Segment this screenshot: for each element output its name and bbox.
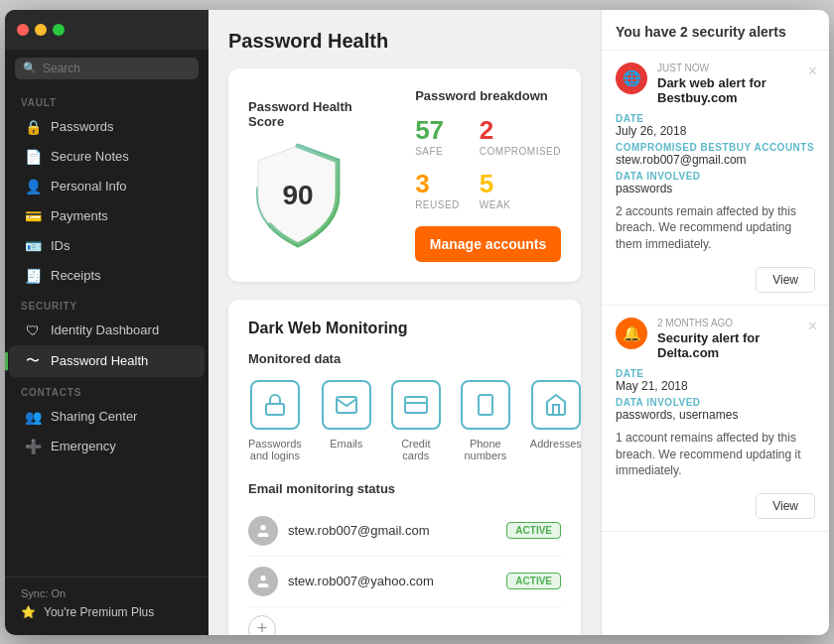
add-email-button[interactable]: +	[248, 615, 276, 635]
dark-web-title: Dark Web Monitoring	[248, 320, 561, 337]
alert-card-2: 🔔 2 MONTHS AGO Security alert for Delta.…	[602, 306, 829, 532]
email-address-1: stew.rob007@gmail.com	[288, 523, 496, 538]
search-icon: 🔍	[23, 62, 37, 74]
alert-title-1: Dark web alert for Bestbuy.com	[657, 75, 815, 105]
person-icon: 👤	[25, 179, 41, 194]
breakdown-section-label: Password breakdown	[415, 88, 561, 103]
person-icon-1	[255, 523, 271, 539]
alert-date-1: DATE July 26, 2018	[616, 113, 815, 138]
sidebar-item-personal-info[interactable]: 👤 Personal Info	[9, 172, 205, 201]
alert-dismiss-1[interactable]: ×	[808, 63, 817, 80]
sidebar-label-receipts: Receipts	[51, 268, 101, 283]
dark-web-card: Dark Web Monitoring Monitored data Passw…	[228, 300, 581, 635]
alert-view-button-1[interactable]: View	[756, 267, 815, 293]
sidebar-item-emergency[interactable]: ➕ Emergency	[9, 432, 205, 461]
passwords-icon-label: Passwordsand logins	[248, 438, 302, 461]
credit-cards-label: Creditcards	[401, 438, 430, 461]
alert-view-button-2[interactable]: View	[756, 493, 815, 519]
passwords-icon-box	[250, 380, 300, 430]
premium-label: ⭐ You're Premium Plus	[21, 605, 193, 619]
page-title: Password Health	[228, 30, 581, 53]
email-monitor-icon	[335, 393, 358, 417]
sidebar-item-ids[interactable]: 🪪 IDs	[9, 231, 205, 261]
sidebar-item-sharing-center[interactable]: 👥 Sharing Center	[9, 402, 205, 432]
date-val-1: July 26, 2018	[616, 124, 815, 138]
data-val-2: passwords, usernames	[616, 408, 815, 422]
monitor-emails: Emails	[322, 380, 371, 461]
safe-label: SAFE	[415, 146, 460, 157]
sidebar-item-secure-notes[interactable]: 📄 Secure Notes	[9, 142, 205, 172]
shield-icon: 🛡	[25, 322, 41, 338]
home-monitor-icon	[544, 393, 568, 417]
alert-date-2: DATE May 21, 2018	[616, 368, 815, 393]
phone-icon-box	[461, 380, 510, 430]
email-row-2: stew.rob007@yahoo.com ACTIVE	[248, 557, 561, 607]
alerts-header: You have 2 security alerts	[602, 10, 829, 51]
monitor-passwords: Passwordsand logins	[248, 380, 302, 461]
search-bar[interactable]: 🔍	[15, 58, 199, 79]
alert-icon-1: 🌐	[616, 63, 647, 94]
sidebar-bottom: Sync: On ⭐ You're Premium Plus	[5, 577, 208, 635]
addresses-icon-box	[531, 380, 581, 430]
email-status-title: Email monitoring status	[248, 481, 561, 496]
emergency-icon: ➕	[25, 439, 41, 454]
sidebar-item-identity-dashboard[interactable]: 🛡 Identity Dashboard	[9, 316, 205, 345]
alert-accounts-1: COMPROMISED BESTBUY ACCOUNTS stew.rob007…	[616, 142, 815, 167]
maximize-button[interactable]	[53, 24, 65, 36]
manage-accounts-button[interactable]: Manage accounts	[415, 226, 561, 262]
shield-score-value: 90	[282, 180, 313, 211]
email-avatar-2	[248, 567, 278, 596]
date-key-1: DATE	[616, 113, 815, 124]
monitored-icons-row: Passwordsand logins Emails	[248, 380, 561, 461]
premium-text: You're Premium Plus	[44, 605, 154, 619]
breakdown-compromised: 2 COMPROMISED	[480, 115, 561, 157]
sidebar-label-payments: Payments	[51, 208, 108, 223]
sidebar-item-passwords[interactable]: 🔒 Passwords	[9, 112, 205, 142]
accounts-val-1: stew.rob007@gmail.com	[616, 153, 815, 167]
card-monitor-icon	[404, 393, 428, 417]
monitor-phone: Phonenumbers	[461, 380, 510, 461]
note-icon: 📄	[25, 149, 41, 165]
pulse-icon: 〜	[25, 352, 41, 370]
alert-title-2: Security alert for Delta.com	[657, 330, 815, 360]
breakdown-reused: 3 REUSED	[415, 169, 460, 210]
alert-icon-2: 🔔	[616, 318, 647, 349]
data-val-1: passwords	[616, 182, 815, 195]
contacts-section-label: CONTACTS	[5, 377, 208, 402]
star-icon: ⭐	[21, 605, 36, 619]
shield-container: 90	[248, 141, 348, 250]
search-input[interactable]	[43, 62, 191, 75]
titlebar	[5, 10, 208, 50]
alert-dismiss-2[interactable]: ×	[808, 318, 817, 335]
close-button[interactable]	[17, 24, 29, 36]
breakdown-weak: 5 WEAK	[480, 169, 561, 210]
sidebar-item-receipts[interactable]: 🧾 Receipts	[9, 261, 205, 291]
sidebar-item-payments[interactable]: 💳 Payments	[9, 201, 205, 231]
alert-body-2: 1 account remains affected by this breac…	[616, 430, 815, 479]
alert-time-2: 2 MONTHS AGO	[657, 318, 815, 328]
right-panel: You have 2 security alerts 🌐 JUST NOW Da…	[601, 10, 829, 635]
email-row-1: stew.rob007@gmail.com ACTIVE	[248, 506, 561, 557]
sidebar-label-secure-notes: Secure Notes	[51, 149, 129, 164]
sidebar: 🔍 VAULT 🔒 Passwords 📄 Secure Notes 👤 Per…	[5, 10, 208, 635]
sharing-icon: 👥	[25, 409, 41, 425]
email-avatar-1	[248, 516, 278, 546]
compromised-label: COMPROMISED	[480, 146, 561, 157]
sidebar-item-password-health[interactable]: 〜 Password Health	[9, 345, 205, 377]
breakdown-grid: 57 SAFE 2 COMPROMISED 3 REUSED	[415, 115, 561, 210]
minimize-button[interactable]	[35, 24, 47, 36]
sidebar-label-ids: IDs	[51, 238, 70, 253]
alert-card-1: 🌐 JUST NOW Dark web alert for Bestbuy.co…	[602, 51, 829, 306]
alert-data-2: DATA INVOLVED passwords, usernames	[616, 397, 815, 422]
monitored-data-title: Monitored data	[248, 351, 561, 366]
date-key-2: DATE	[616, 368, 815, 379]
data-key-2: DATA INVOLVED	[616, 397, 815, 408]
password-health-card: Password Health Score	[228, 68, 581, 282]
card-icon: 💳	[25, 208, 41, 224]
email-status-badge-1: ACTIVE	[506, 522, 561, 539]
receipt-icon: 🧾	[25, 268, 41, 284]
alert-meta-1: JUST NOW Dark web alert for Bestbuy.com	[657, 63, 815, 105]
weak-count: 5	[480, 169, 561, 199]
monitor-addresses: Addresses	[530, 380, 582, 461]
sidebar-label-identity-dashboard: Identity Dashboard	[51, 322, 159, 337]
